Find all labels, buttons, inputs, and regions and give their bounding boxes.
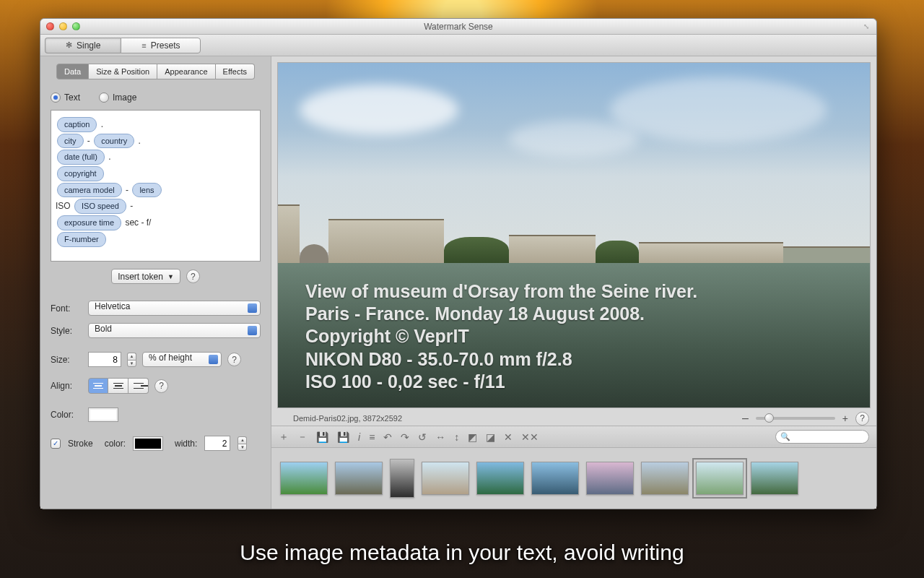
insert-token-button[interactable]: Insert token▼ — [111, 269, 180, 284]
token-pill[interactable]: date (full) — [57, 150, 105, 165]
size-unit-value: % of height — [149, 353, 192, 363]
thumbnail[interactable] — [531, 462, 579, 495]
help-button[interactable]: ? — [855, 412, 869, 426]
stroke-width-input[interactable] — [204, 436, 230, 451]
flip-v-icon[interactable]: ↕ — [454, 431, 459, 443]
font-select[interactable]: Helvetica — [88, 301, 261, 316]
thumbnail[interactable] — [422, 462, 469, 495]
info-icon[interactable]: i — [358, 431, 360, 443]
flip-h-icon[interactable]: ↔ — [435, 431, 445, 443]
type-image-label: Image — [113, 92, 136, 103]
font-value: Helvetica — [95, 301, 130, 311]
save-all-icon[interactable]: 💾 — [337, 431, 349, 443]
font-label: Font: — [51, 303, 82, 314]
property-tabs: Data Size & Position Appearance Effects — [56, 64, 255, 79]
style-value: Bold — [95, 324, 112, 334]
search-icon: 🔍 — [780, 432, 790, 441]
titlebar: Watermark Sense ⤡ — [40, 19, 876, 35]
status-filename: Demid-Paris02.jpg, 3872x2592 — [293, 414, 402, 423]
token-pill[interactable]: F-number — [57, 232, 106, 247]
stroke-label: Stroke — [68, 439, 93, 449]
thumbnail[interactable] — [586, 462, 634, 495]
delete-all-icon[interactable]: ✕✕ — [521, 431, 539, 443]
token-pill[interactable]: caption — [57, 117, 97, 132]
type-text-label: Text — [64, 92, 80, 103]
zoom-in-button[interactable]: + — [842, 413, 848, 424]
search-input[interactable]: 🔍 — [775, 430, 869, 444]
window-title: Watermark Sense — [424, 22, 493, 32]
resize-icon[interactable]: ⤡ — [863, 22, 872, 31]
thumbnail-strip — [271, 447, 876, 509]
align-label: Align: — [51, 381, 82, 391]
size-label: Size: — [51, 355, 82, 365]
watermark-overlay: View of museum d'Orsay from the Seine ri… — [305, 280, 855, 393]
delete-icon[interactable]: ✕ — [504, 431, 513, 443]
gear-icon: ✻ — [66, 40, 72, 50]
style-label: Style: — [51, 326, 82, 336]
token-pill[interactable]: city — [57, 134, 84, 149]
token-pill[interactable]: country — [94, 134, 134, 149]
thumbnail[interactable] — [641, 462, 689, 495]
browser-toolbar: ＋ － 💾 💾 i ≡ ↶ ↷ ↺ ↔ ↕ ◩ ◪ ✕ ✕✕ 🔍 — [271, 426, 876, 447]
stroke-color-label: color: — [105, 439, 126, 449]
tab-size-position[interactable]: Size & Position — [89, 64, 157, 79]
tab-effects[interactable]: Effects — [216, 64, 255, 79]
remove-icon[interactable]: － — [297, 431, 308, 444]
size-input[interactable] — [88, 352, 121, 367]
help-button[interactable]: ? — [227, 353, 241, 366]
rotate-cw-icon[interactable]: ↷ — [401, 431, 409, 443]
undo-rotate-icon[interactable]: ↺ — [418, 431, 427, 443]
help-button[interactable]: ? — [186, 269, 200, 283]
thumbnail[interactable] — [696, 462, 744, 495]
window-minimize-button[interactable] — [59, 22, 67, 30]
type-image-radio[interactable]: Image — [99, 92, 136, 103]
align-center-button[interactable] — [108, 378, 128, 394]
stroke-width-stepper[interactable]: ▲▼ — [237, 436, 247, 451]
mode-single-button[interactable]: ✻Single — [45, 38, 121, 53]
stroke-color-swatch[interactable] — [133, 436, 163, 451]
radio-dot-icon — [51, 92, 61, 103]
thumbnail[interactable] — [751, 462, 798, 495]
token-pill[interactable]: exposure time — [57, 215, 121, 230]
mode-presets-button[interactable]: ≡Presets — [121, 38, 201, 53]
stroke-width-label: width: — [175, 439, 197, 449]
toolbar: ✻Single ≡Presets — [40, 35, 876, 56]
list-icon: ≡ — [141, 41, 146, 50]
rotate-ccw-icon[interactable]: ↶ — [383, 431, 392, 443]
list-icon[interactable]: ≡ — [369, 431, 375, 443]
color-swatch[interactable] — [88, 407, 118, 422]
tab-appearance[interactable]: Appearance — [157, 64, 215, 79]
mode-presets-label: Presets — [151, 40, 180, 51]
thumbnail[interactable] — [335, 462, 383, 495]
app-window: Watermark Sense ⤡ ✻Single ≡Presets Data … — [40, 18, 877, 509]
size-unit-select[interactable]: % of height — [142, 352, 222, 367]
token-editor[interactable]: caption .city - country .date (full) .co… — [51, 110, 261, 262]
align-right-button[interactable] — [128, 378, 149, 394]
zoom-out-button[interactable]: – — [742, 412, 749, 425]
token-pill[interactable]: lens — [132, 183, 161, 198]
crop-reset-icon[interactable]: ◪ — [486, 431, 495, 443]
crop-icon[interactable]: ◩ — [468, 431, 477, 443]
thumbnail[interactable] — [280, 462, 328, 495]
thumbnail[interactable] — [476, 462, 524, 495]
thumbnail[interactable] — [390, 459, 414, 498]
add-icon[interactable]: ＋ — [279, 431, 289, 444]
stroke-checkbox[interactable]: ✓ — [51, 439, 61, 449]
zoom-slider[interactable] — [756, 417, 835, 420]
type-text-radio[interactable]: Text — [51, 92, 80, 103]
style-select[interactable]: Bold — [88, 323, 261, 338]
main-area: View of museum d'Orsay from the Seine ri… — [271, 56, 876, 509]
window-close-button[interactable] — [46, 22, 54, 30]
token-pill[interactable]: copyright — [57, 166, 104, 181]
token-pill[interactable]: camera model — [57, 183, 122, 198]
insert-token-label: Insert token — [118, 272, 163, 282]
color-label: Color: — [51, 410, 82, 420]
window-zoom-button[interactable] — [72, 22, 80, 30]
align-left-button[interactable] — [88, 378, 108, 394]
save-icon[interactable]: 💾 — [316, 431, 328, 443]
help-button[interactable]: ? — [154, 379, 168, 393]
mode-single-label: Single — [77, 40, 100, 51]
tab-data[interactable]: Data — [56, 64, 89, 79]
token-pill[interactable]: ISO speed — [74, 199, 126, 214]
size-stepper[interactable]: ▲▼ — [127, 353, 136, 367]
